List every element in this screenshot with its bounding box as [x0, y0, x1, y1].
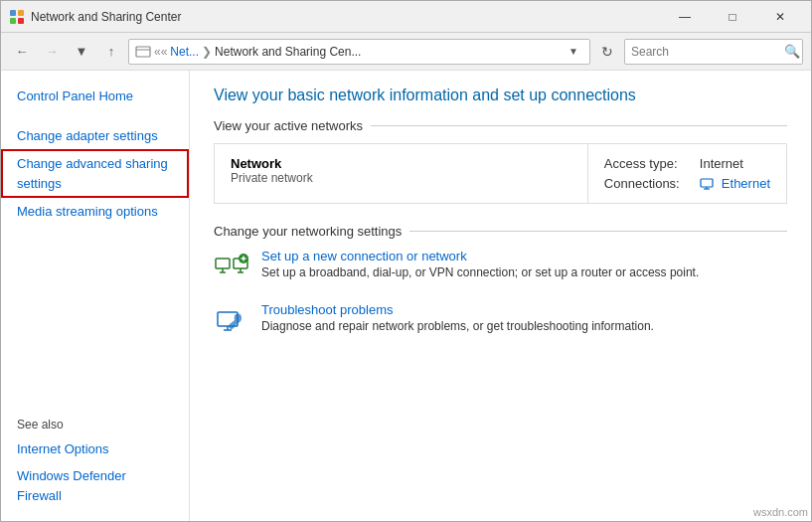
svg-rect-3	[18, 18, 24, 24]
access-type-value: Internet	[700, 156, 743, 171]
access-type-row: Access type: Internet	[604, 156, 770, 171]
page-title: View your basic network information and …	[214, 87, 787, 104]
maximize-button[interactable]: □	[710, 1, 755, 33]
connections-value[interactable]: Ethernet	[722, 176, 770, 191]
setup-connection-desc: Set up a broadband, dial-up, or VPN conn…	[261, 265, 699, 279]
svg-rect-0	[10, 10, 16, 16]
search-box[interactable]: 🔍	[624, 39, 803, 65]
sidebar-internet-options[interactable]: Internet Options	[1, 435, 189, 463]
search-icon: 🔍	[784, 44, 800, 59]
address-dropdown[interactable]: ▼	[564, 46, 583, 57]
window-icon	[9, 9, 25, 25]
sidebar-control-panel-home[interactable]: Control Panel Home	[1, 83, 189, 110]
troubleshoot-icon	[214, 304, 249, 340]
network-name: Network	[231, 156, 571, 171]
svg-rect-1	[18, 10, 24, 16]
address-path: «« Net... ❯ Network and Sharing Cen...	[135, 44, 564, 60]
close-button[interactable]: ✕	[757, 1, 803, 33]
back-button[interactable]: ←	[9, 39, 35, 65]
change-settings-section: Change your networking settings	[214, 224, 787, 340]
troubleshoot-text: Troubleshoot problems Diagnose and repai…	[261, 302, 654, 333]
window-title: Network and Sharing Center	[31, 10, 662, 24]
path-icon	[135, 44, 151, 60]
forward-button[interactable]: →	[39, 39, 65, 65]
breadcrumb-crumb2: Network and Sharing Cen...	[215, 45, 361, 59]
sidebar-see-also-label: See also	[1, 414, 189, 435]
network-right: Access type: Internet Connections:	[587, 144, 786, 203]
sidebar-media-streaming[interactable]: Media streaming options	[1, 198, 189, 226]
setup-connection-icon	[214, 251, 249, 286]
access-type-label: Access type:	[604, 156, 694, 171]
main-area: Control Panel Home Change adapter settin…	[1, 71, 811, 521]
troubleshoot-item: Troubleshoot problems Diagnose and repai…	[214, 302, 787, 340]
change-settings-label: Change your networking settings	[214, 224, 787, 239]
refresh-button[interactable]: ↻	[594, 39, 620, 65]
connections-row: Connections: Ethernet	[604, 175, 770, 191]
sidebar: Control Panel Home Change adapter settin…	[1, 71, 190, 521]
ethernet-icon	[700, 175, 716, 191]
setup-connection-text: Set up a new connection or network Set u…	[261, 249, 699, 279]
troubleshoot-desc: Diagnose and repair network problems, or…	[261, 319, 654, 333]
recent-button[interactable]: ▼	[69, 39, 94, 65]
sidebar-change-advanced-sharing[interactable]: Change advanced sharing settings	[1, 149, 189, 198]
breadcrumb-arrow: ❯	[202, 45, 212, 59]
network-info: Network Private network	[215, 144, 587, 203]
window-controls: — □ ✕	[662, 1, 803, 33]
svg-rect-4	[136, 47, 150, 57]
search-input[interactable]	[631, 45, 780, 59]
addressbar: ← → ▼ ↑ «« Net... ❯ Network and Sharing …	[1, 33, 811, 71]
sidebar-firewall[interactable]: Windows Defender Firewall	[1, 462, 189, 509]
minimize-button[interactable]: —	[662, 1, 708, 33]
address-box[interactable]: «« Net... ❯ Network and Sharing Cen... ▼	[128, 39, 590, 65]
connections-label: Connections:	[604, 176, 694, 191]
setup-connection-link[interactable]: Set up a new connection or network	[261, 249, 699, 263]
up-button[interactable]: ↑	[98, 39, 124, 65]
troubleshoot-link[interactable]: Troubleshoot problems	[261, 302, 654, 317]
svg-rect-8	[216, 259, 230, 268]
content-area: View your basic network information and …	[190, 71, 811, 521]
active-networks-label: View your active networks	[214, 118, 787, 133]
breadcrumb-crumb1[interactable]: Net...	[170, 45, 199, 59]
breadcrumb-sep1: ««	[154, 45, 167, 59]
svg-rect-2	[10, 18, 16, 24]
setup-connection-item: Set up a new connection or network Set u…	[214, 249, 787, 286]
sidebar-change-adapter-settings[interactable]: Change adapter settings	[1, 122, 189, 150]
svg-rect-5	[701, 179, 713, 187]
active-networks-panel: Network Private network Access type: Int…	[214, 143, 787, 204]
network-type: Private network	[231, 171, 571, 185]
